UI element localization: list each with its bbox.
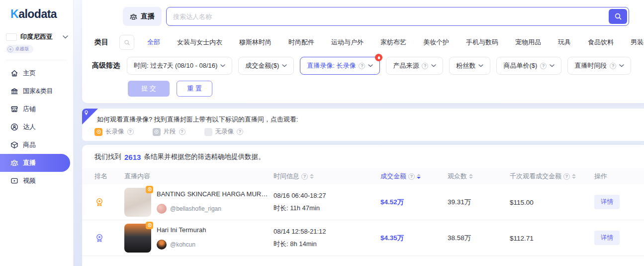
sidebar-nav: 主页 国家&类目 店铺 达人 商品 直播 视频 bbox=[0, 64, 73, 190]
video-icon bbox=[10, 177, 18, 185]
category-option[interactable]: 家纺布艺 bbox=[380, 38, 406, 47]
results-panel: 我们找到 2613 条结果并根据您的筛选精确地提供数据。 排名 直播内容 时间信… bbox=[82, 145, 644, 266]
search-input[interactable] bbox=[166, 7, 629, 26]
sidebar: Kalodata 印度尼西亚 卓越版 主页 国家&类目 店铺 达人 bbox=[0, 0, 74, 266]
header-live-content: 直播内容 bbox=[124, 172, 274, 181]
header-viewers[interactable]: 观众数 bbox=[448, 172, 510, 181]
time-info-cell: 08/16 06:40-18:27 时长: 11h 47min bbox=[274, 192, 380, 213]
filter-product-source-dropdown[interactable]: 产品来源 ? bbox=[386, 57, 443, 75]
info-icon[interactable]: ? bbox=[301, 173, 308, 180]
sort-icon-active[interactable] bbox=[417, 174, 421, 179]
info-icon[interactable]: ? bbox=[408, 173, 415, 180]
live-content-cell: BANTING SKINCARE HARGA MURAH YUK @bellas… bbox=[124, 188, 274, 217]
plan-label: 卓越版 bbox=[15, 46, 29, 52]
filter-gmv-dropdown[interactable]: 成交金额($) bbox=[238, 57, 294, 75]
kalodata-logo[interactable]: Kalodata bbox=[10, 7, 73, 21]
sidebar-item-products[interactable]: 商品 bbox=[0, 136, 73, 154]
creator-link[interactable]: @kohcun bbox=[157, 240, 206, 250]
table-row: Hari Ini Termurah @kohcun 08/14 12:58-21… bbox=[82, 220, 644, 256]
sidebar-item-shop[interactable]: 店铺 bbox=[0, 100, 73, 118]
search-icon bbox=[124, 39, 130, 46]
filter-followers-dropdown[interactable]: 粉丝数 bbox=[449, 57, 490, 75]
sidebar-item-label: 直播 bbox=[23, 158, 36, 167]
sidebar-item-label: 商品 bbox=[23, 140, 36, 149]
table-header: 排名 直播内容 时间信息 ? 成交金额 ? 观众数 千次观看成交金额 ? 操作 bbox=[82, 168, 644, 184]
search-button[interactable] bbox=[609, 9, 627, 24]
search-scope-live-chip[interactable]: 直播 bbox=[123, 7, 162, 26]
action-cell: 详情 bbox=[594, 195, 644, 209]
info-icon[interactable]: ? bbox=[237, 129, 243, 135]
live-audience-icon bbox=[10, 159, 18, 167]
header-gmv[interactable]: 成交金额 ? bbox=[380, 172, 448, 181]
category-option[interactable]: 穆斯林时尚 bbox=[239, 38, 272, 47]
sort-icon[interactable] bbox=[310, 174, 314, 179]
creator-avatar bbox=[157, 204, 167, 214]
filter-followers-label: 粉丝数 bbox=[456, 61, 475, 70]
rank-cell bbox=[94, 197, 124, 207]
viewers-value: 38.58万 bbox=[448, 234, 471, 242]
sort-icon[interactable] bbox=[572, 174, 576, 179]
category-option[interactable]: 时尚配件 bbox=[288, 38, 314, 47]
detail-button[interactable]: 详情 bbox=[594, 195, 620, 209]
reset-button[interactable]: 重 置 bbox=[177, 81, 212, 97]
time-info-cell: 08/14 12:58-21:12 时长: 8h 14min bbox=[274, 228, 380, 249]
filter-timeslot-dropdown[interactable]: 直播时间段 ? bbox=[567, 57, 631, 75]
submit-button[interactable]: 提 交 bbox=[128, 81, 170, 97]
info-icon[interactable]: ? bbox=[563, 173, 570, 180]
live-title[interactable]: Hari Ini Termurah bbox=[157, 226, 206, 234]
live-duration: 时长: 11h 47min bbox=[274, 204, 380, 213]
sidebar-item-videos[interactable]: 视频 bbox=[0, 172, 73, 190]
info-icon[interactable]: ? bbox=[127, 129, 134, 135]
category-option[interactable]: 美妆个护 bbox=[423, 38, 449, 47]
category-option[interactable]: 宠物用品 bbox=[515, 38, 541, 47]
country-selector[interactable]: 印度尼西亚 bbox=[6, 32, 68, 41]
detail-button[interactable]: 详情 bbox=[594, 231, 620, 245]
search-wrap bbox=[166, 7, 629, 26]
live-cover-thumbnail[interactable] bbox=[124, 188, 151, 217]
category-search-button[interactable] bbox=[119, 35, 134, 50]
results-suffix: 条结果并根据您的筛选精确地提供数据。 bbox=[144, 152, 265, 161]
info-icon[interactable]: ? bbox=[359, 63, 365, 69]
info-icon[interactable]: ? bbox=[422, 63, 428, 69]
legend-label: 无录像 bbox=[215, 128, 234, 136]
category-option[interactable]: 男装与男士内衣 bbox=[631, 38, 644, 47]
header-gpm[interactable]: 千次观看成交金额 ? bbox=[510, 172, 594, 181]
category-list: 全部 女装与女士内衣 穆斯林时尚 时尚配件 运动与户外 家纺布艺 美妆个护 手机… bbox=[147, 38, 644, 47]
category-option[interactable]: 运动与户外 bbox=[331, 38, 364, 47]
no-replay-icon bbox=[204, 128, 212, 136]
advanced-filter-row: 高级筛选 时间: 过去7天 (08/10 - 08/16) 成交金额($) 直播… bbox=[92, 57, 644, 75]
filter-replay-label: 直播录像: 长录像 bbox=[307, 61, 356, 70]
header-rank: 排名 bbox=[94, 172, 124, 181]
info-icon[interactable]: ? bbox=[610, 63, 616, 69]
gpm-value: $112.71 bbox=[510, 235, 534, 242]
category-option-all[interactable]: 全部 bbox=[147, 38, 160, 47]
chevron-down-icon bbox=[220, 64, 225, 67]
live-title[interactable]: BANTING SKINCARE HARGA MURAH YUK bbox=[157, 190, 270, 198]
category-option[interactable]: 女装与女士内衣 bbox=[177, 38, 222, 47]
replay-legend: 长录像 ? 片段 ? 无录像 ? bbox=[94, 128, 243, 136]
sidebar-item-creators[interactable]: 达人 bbox=[0, 118, 73, 136]
table-row: BANTING SKINCARE HARGA MURAH YUK @bellas… bbox=[82, 184, 644, 220]
viewers-cell: 38.58万 bbox=[448, 233, 510, 243]
live-cover-thumbnail[interactable] bbox=[124, 224, 151, 253]
plan-badge[interactable]: 卓越版 bbox=[6, 45, 33, 53]
filter-unit-price-dropdown[interactable]: 商品单价($) ? bbox=[496, 57, 561, 75]
sidebar-item-home[interactable]: 主页 bbox=[0, 64, 73, 82]
category-option[interactable]: 食品饮料 bbox=[588, 38, 614, 47]
header-time-info[interactable]: 时间信息 ? bbox=[274, 172, 380, 181]
sort-icon[interactable] bbox=[469, 174, 473, 179]
viewers-value: 39.31万 bbox=[448, 198, 471, 206]
category-option[interactable]: 玩具 bbox=[558, 38, 571, 47]
legend-clip: 片段 ? bbox=[153, 128, 185, 136]
filter-time-dropdown[interactable]: 时间: 过去7天 (08/10 - 08/16) bbox=[127, 57, 232, 75]
info-icon[interactable]: ? bbox=[540, 63, 547, 69]
rank-1-medal-icon bbox=[94, 197, 104, 207]
sidebar-item-live[interactable]: 直播 bbox=[0, 154, 70, 172]
chevron-down-icon bbox=[368, 64, 373, 67]
category-option[interactable]: 手机与数码 bbox=[466, 38, 498, 47]
sidebar-item-country-category[interactable]: 国家&类目 bbox=[0, 82, 73, 100]
flame-icon bbox=[377, 55, 381, 60]
filter-replay-dropdown[interactable]: 直播录像: 长录像 ? bbox=[300, 57, 380, 75]
creator-link[interactable]: @bellashofie_rigan bbox=[157, 204, 270, 214]
info-icon[interactable]: ? bbox=[179, 129, 185, 135]
